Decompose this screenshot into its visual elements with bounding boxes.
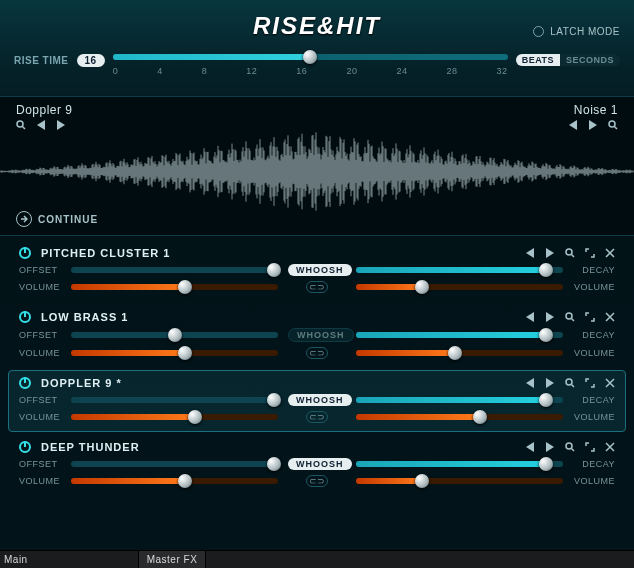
layers-list: PITCHED CLUSTER 1 OFFSET WHOOSH DECAY VO… (0, 236, 634, 496)
offset-label: OFFSET (19, 265, 61, 275)
next-icon[interactable] (545, 248, 555, 258)
rise-time-value[interactable]: 16 (77, 54, 105, 67)
whoosh-toggle[interactable]: WHOOSH (288, 264, 352, 276)
volume-label: VOLUME (19, 282, 61, 292)
svg-marker-655 (546, 442, 554, 452)
next-icon[interactable] (545, 442, 555, 452)
svg-marker-642 (526, 248, 534, 258)
footer-tabs: Main Master FX (0, 550, 634, 568)
close-icon[interactable] (605, 442, 615, 452)
svg-marker-643 (546, 248, 554, 258)
volume-left-slider[interactable] (71, 284, 278, 290)
slider-handle-icon[interactable] (303, 50, 317, 64)
tab-main[interactable]: Main (0, 551, 139, 568)
svg-line-657 (572, 449, 575, 452)
next-icon[interactable] (545, 378, 555, 388)
whoosh-toggle[interactable]: WHOOSH (288, 394, 352, 406)
close-icon[interactable] (605, 378, 615, 388)
next-icon[interactable] (545, 312, 555, 322)
link-icon[interactable]: ⊂⊃ (306, 347, 328, 359)
volume-right-slider[interactable] (356, 350, 563, 356)
layer-title: LOW BRASS 1 (41, 311, 515, 323)
power-button[interactable] (19, 441, 31, 453)
latch-label: LATCH MODE (550, 26, 620, 37)
unit-toggle[interactable]: BEATS SECONDS (516, 54, 620, 66)
decay-slider[interactable] (356, 332, 563, 338)
layer-row[interactable]: LOW BRASS 1 OFFSET WHOOSH DECAY VOLUME ⊂… (8, 304, 626, 368)
decay-label: DECAY (573, 330, 615, 340)
svg-line-645 (572, 255, 575, 258)
unit-beats[interactable]: BEATS (516, 54, 560, 66)
expand-icon[interactable] (585, 442, 595, 452)
offset-slider[interactable] (71, 267, 278, 273)
waveform-display (0, 129, 634, 214)
volume-label: VOLUME (19, 348, 61, 358)
svg-marker-651 (546, 378, 554, 388)
svg-marker-650 (526, 378, 534, 388)
tab-master-fx[interactable]: Master FX (139, 551, 207, 568)
decay-slider[interactable] (356, 397, 563, 403)
latch-mode-toggle[interactable]: LATCH MODE (533, 26, 620, 37)
decay-label: DECAY (573, 265, 615, 275)
decay-slider[interactable] (356, 461, 563, 467)
svg-marker-654 (526, 442, 534, 452)
svg-point-6 (609, 121, 615, 127)
svg-point-644 (566, 249, 572, 255)
close-icon[interactable] (605, 248, 615, 258)
prev-icon[interactable] (525, 312, 535, 322)
svg-point-652 (566, 379, 572, 385)
volume-right-slider[interactable] (356, 284, 563, 290)
expand-icon[interactable] (585, 378, 595, 388)
svg-marker-647 (546, 312, 554, 322)
offset-label: OFFSET (19, 459, 61, 469)
offset-slider[interactable] (71, 397, 278, 403)
prev-icon[interactable] (525, 378, 535, 388)
close-icon[interactable] (605, 312, 615, 322)
volume-left-slider[interactable] (71, 350, 278, 356)
decay-slider[interactable] (356, 267, 563, 273)
svg-marker-646 (526, 312, 534, 322)
power-button[interactable] (19, 311, 31, 323)
search-icon[interactable] (565, 378, 575, 388)
volume-left-slider[interactable] (71, 478, 278, 484)
unit-seconds[interactable]: SECONDS (560, 54, 620, 66)
expand-icon[interactable] (585, 248, 595, 258)
offset-slider[interactable] (71, 332, 278, 338)
link-icon[interactable]: ⊂⊃ (306, 281, 328, 293)
prev-icon[interactable] (525, 248, 535, 258)
link-icon[interactable]: ⊂⊃ (306, 475, 328, 487)
volume-label: VOLUME (19, 476, 61, 486)
svg-line-653 (572, 385, 575, 388)
volume-label: VOLUME (573, 412, 615, 422)
layer-title: DEEP THUNDER (41, 441, 515, 453)
offset-slider[interactable] (71, 461, 278, 467)
whoosh-toggle[interactable]: WHOOSH (288, 458, 352, 470)
power-button[interactable] (19, 247, 31, 259)
layer-row[interactable]: DOPPLER 9 * OFFSET WHOOSH DECAY VOLUME ⊂… (8, 370, 626, 432)
rise-time-label: RISE TIME (14, 55, 69, 66)
link-icon[interactable]: ⊂⊃ (306, 411, 328, 423)
layer-title: DOPPLER 9 * (41, 377, 515, 389)
search-icon[interactable] (565, 442, 575, 452)
continue-button[interactable]: CONTINUE (16, 211, 98, 227)
volume-label: VOLUME (573, 282, 615, 292)
search-icon[interactable] (565, 248, 575, 258)
expand-icon[interactable] (585, 312, 595, 322)
svg-point-648 (566, 313, 572, 319)
volume-label: VOLUME (573, 348, 615, 358)
volume-right-slider[interactable] (356, 478, 563, 484)
volume-right-slider[interactable] (356, 414, 563, 420)
volume-left-slider[interactable] (71, 414, 278, 420)
wave-right-name: Noise 1 (568, 103, 618, 117)
power-button[interactable] (19, 377, 31, 389)
offset-label: OFFSET (19, 330, 61, 340)
arrow-right-icon (16, 211, 32, 227)
layer-row[interactable]: DEEP THUNDER OFFSET WHOOSH DECAY VOLUME … (8, 434, 626, 496)
layer-row[interactable]: PITCHED CLUSTER 1 OFFSET WHOOSH DECAY VO… (8, 240, 626, 302)
svg-point-656 (566, 443, 572, 449)
whoosh-toggle[interactable]: WHOOSH (288, 328, 354, 342)
prev-icon[interactable] (525, 442, 535, 452)
search-icon[interactable] (565, 312, 575, 322)
rise-time-slider[interactable]: 048121620242832 (113, 50, 508, 70)
ruler-ticks: 048121620242832 (113, 66, 508, 76)
